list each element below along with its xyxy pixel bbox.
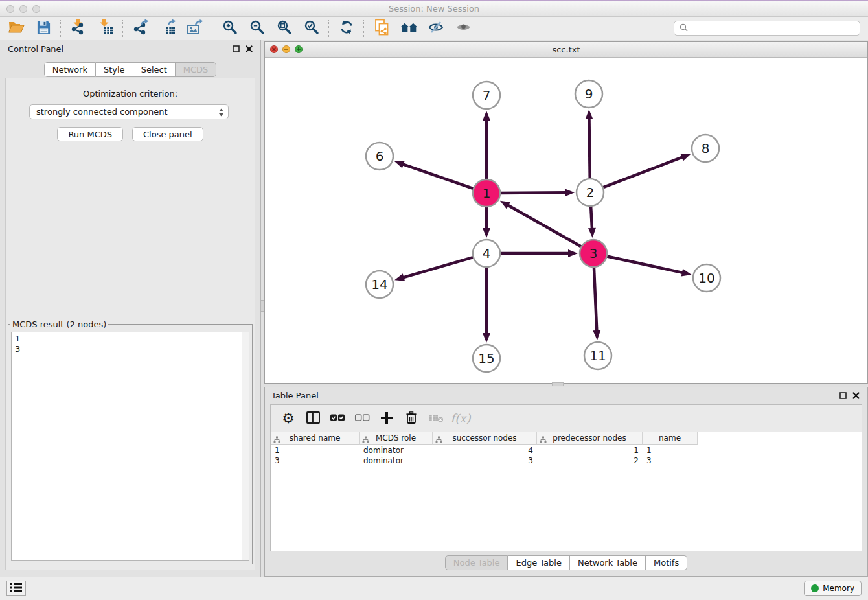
- export-image-button[interactable]: [181, 18, 209, 39]
- network-list-button[interactable]: [6, 581, 26, 596]
- column-header-predecessor-nodes[interactable]: predecessor nodes: [537, 432, 643, 445]
- memory-label: Memory: [823, 584, 854, 593]
- edge-3-1[interactable]: [507, 205, 582, 248]
- edge-1-6[interactable]: [402, 164, 475, 189]
- node-label-14: 14: [371, 277, 387, 292]
- column-header-shared-name[interactable]: shared name: [271, 432, 360, 445]
- edge-arrowhead: [483, 111, 490, 121]
- horizontal-split-grip[interactable]: [552, 382, 564, 386]
- mcds-result-list[interactable]: 13: [11, 332, 249, 561]
- criterion-select[interactable]: strongly connected component: [29, 104, 229, 119]
- deselect-all-button[interactable]: [350, 407, 374, 430]
- export-table-button[interactable]: [154, 18, 181, 39]
- edge-3-11[interactable]: [594, 266, 597, 332]
- memory-button[interactable]: Memory: [804, 581, 862, 596]
- split-view-button[interactable]: [301, 407, 325, 430]
- zoom-selected-button[interactable]: [298, 18, 325, 39]
- app-title: Session: New Session: [0, 4, 868, 14]
- table-header-row: shared nameMCDS rolesuccessor nodesprede…: [271, 432, 862, 445]
- edge-arrowhead: [681, 269, 692, 277]
- new-network-from-selection-button[interactable]: [368, 18, 395, 39]
- cell-name[interactable]: 1: [643, 445, 698, 456]
- table-row[interactable]: 1dominator411: [271, 445, 862, 456]
- cell-predecessor-nodes[interactable]: 2: [537, 456, 643, 466]
- network-zoom-icon[interactable]: [295, 45, 303, 53]
- zoom-fit-button[interactable]: [271, 18, 298, 39]
- cell-name[interactable]: 3: [643, 456, 698, 466]
- edge-4-14[interactable]: [403, 257, 475, 277]
- node-table: shared nameMCDS rolesuccessor nodesprede…: [271, 432, 862, 551]
- import-table-button[interactable]: [92, 18, 119, 39]
- zoom-in-button[interactable]: [216, 18, 244, 39]
- function-builder-button: f(x): [448, 407, 473, 430]
- control-panel-float-icon[interactable]: [233, 45, 240, 52]
- table-row[interactable]: 3dominator323: [271, 456, 862, 466]
- export-network-button[interactable]: [127, 18, 154, 39]
- save-session-button[interactable]: [30, 18, 57, 39]
- app-titlebar: Session: New Session: [0, 0, 868, 17]
- close-panel-button[interactable]: Close panel: [132, 127, 203, 141]
- edge-arrowhead: [483, 228, 490, 238]
- run-mcds-button[interactable]: Run MCDS: [57, 127, 123, 141]
- edge-3-10[interactable]: [606, 256, 683, 273]
- control-panel-close-icon[interactable]: [246, 45, 253, 52]
- settings-icon: ⚙: [282, 411, 295, 426]
- edge-2-3[interactable]: [591, 205, 592, 229]
- show-all-icon: [455, 19, 472, 37]
- search-input[interactable]: [692, 23, 854, 34]
- show-all-button[interactable]: [450, 18, 477, 39]
- cell-mcds-role[interactable]: dominator: [360, 445, 433, 456]
- delete-table-button: [424, 407, 448, 430]
- tab-network[interactable]: Network: [44, 62, 96, 77]
- tab-node-table[interactable]: Node Table: [445, 555, 508, 570]
- edge-2-9[interactable]: [589, 118, 589, 180]
- tab-select[interactable]: Select: [133, 62, 176, 77]
- network-minimize-icon[interactable]: [282, 45, 290, 53]
- network-canvas[interactable]: 7968124314101511: [265, 58, 867, 383]
- zoom-in-icon: [222, 19, 238, 37]
- edge-arrowhead: [588, 228, 596, 238]
- tab-network-table[interactable]: Network Table: [570, 555, 646, 570]
- refresh-button[interactable]: [333, 18, 360, 39]
- edge-1-2[interactable]: [499, 192, 566, 193]
- memory-status-icon: [811, 584, 819, 592]
- tab-motifs[interactable]: Motifs: [646, 555, 687, 570]
- settings-button[interactable]: ⚙: [276, 407, 301, 430]
- cell-predecessor-nodes[interactable]: 1: [537, 445, 643, 456]
- table-panel: Table Panel ⚙f(x) shared nameMCDS rolesu…: [264, 387, 868, 577]
- table-panel-float-icon[interactable]: [839, 392, 847, 399]
- cell-shared-name[interactable]: 3: [271, 456, 360, 466]
- cell-successor-nodes[interactable]: 4: [433, 445, 537, 456]
- network-close-icon[interactable]: [270, 45, 278, 53]
- table-panel-close-icon[interactable]: [852, 392, 860, 399]
- first-neighbors-button[interactable]: [395, 18, 422, 39]
- edge-2-8[interactable]: [602, 157, 683, 188]
- delete-row-button[interactable]: [399, 407, 424, 430]
- search-icon: [680, 23, 688, 34]
- optimization-criterion-label: Optimization criterion:: [6, 89, 255, 98]
- save-session-icon: [36, 20, 51, 37]
- zoom-out-button[interactable]: [244, 18, 271, 39]
- column-header-successor-nodes[interactable]: successor nodes: [433, 432, 537, 445]
- tab-style[interactable]: Style: [96, 62, 133, 77]
- cell-mcds-role[interactable]: dominator: [360, 456, 433, 466]
- cell-shared-name[interactable]: 1: [271, 445, 360, 456]
- column-header-name[interactable]: name: [643, 432, 698, 445]
- tab-mcds[interactable]: MCDS: [176, 62, 217, 77]
- tab-edge-table[interactable]: Edge Table: [508, 555, 569, 570]
- delete-table-icon: [429, 413, 444, 424]
- add-row-button[interactable]: [374, 407, 399, 430]
- cell-successor-nodes[interactable]: 3: [433, 456, 537, 466]
- scrollbar-track[interactable]: [242, 332, 249, 560]
- edge-arrowhead: [586, 110, 593, 119]
- open-session-button[interactable]: [3, 18, 30, 39]
- column-label: predecessor nodes: [553, 433, 626, 443]
- edge-arrowhead: [568, 249, 578, 257]
- hide-selected-button[interactable]: [422, 18, 450, 39]
- import-network-button[interactable]: [65, 18, 92, 39]
- column-header-mcds-role[interactable]: MCDS role: [360, 432, 433, 445]
- toolbar-separator: [363, 20, 365, 37]
- edge-arrowhead: [394, 161, 405, 168]
- select-all-button[interactable]: [325, 407, 350, 430]
- network-window-titlebar: scc.txt: [265, 42, 867, 58]
